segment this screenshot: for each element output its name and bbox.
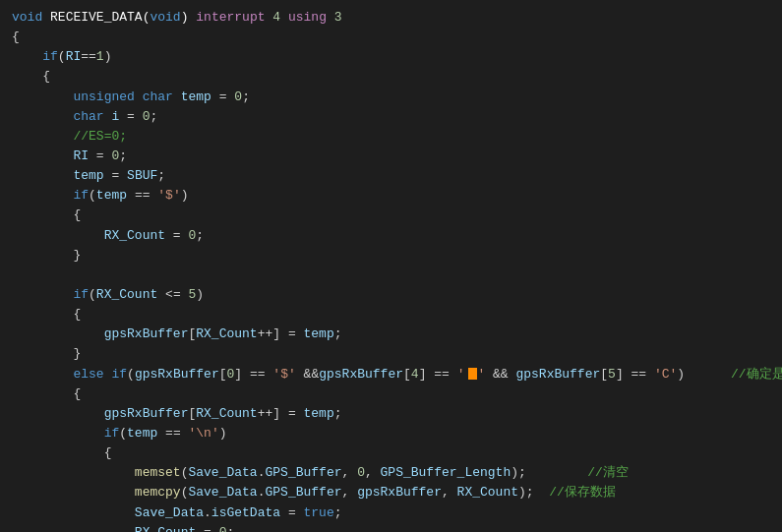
code-line-11: { — [12, 206, 770, 225]
code-line-4: { — [12, 67, 770, 87]
code-line-12: RX_Count = 0; — [12, 226, 770, 246]
code-line-26: RX_Count = 0; — [12, 523, 770, 532]
code-line-13: } — [12, 246, 770, 266]
code-line-19: { — [12, 384, 770, 404]
code-line-15: { — [12, 305, 770, 325]
code-line-3: if(RI==1) — [12, 47, 770, 67]
code-line-9: temp = SBUF; — [12, 166, 770, 186]
code-line-6: char i = 0; — [12, 107, 770, 127]
code-line-1: void RECEIVE_DATA(void) interrupt 4 usin… — [12, 8, 770, 28]
code-line-2: { — [12, 28, 770, 47]
code-block: void RECEIVE_DATA(void) interrupt 4 usin… — [0, 0, 782, 532]
code-line-25: Save_Data.isGetData = true; — [12, 503, 770, 523]
code-line-16: gpsRxBuffer[RX_Count++] = temp; — [12, 325, 770, 344]
code-line-22: { — [12, 443, 770, 463]
code-line-20: gpsRxBuffer[RX_Count++] = temp; — [12, 404, 770, 424]
code-line-17: } — [12, 344, 770, 364]
code-line-14: if(RX_Count <= 5) — [12, 285, 770, 305]
code-line-18: else if(gpsRxBuffer[0] == '$' &&gpsRxBuf… — [12, 365, 770, 384]
code-line-10: if(temp == '$') — [12, 186, 770, 206]
code-line-blank1 — [12, 266, 770, 285]
code-line-24: memcpy(Save_Data.GPS_Buffer, gpsRxBuffer… — [12, 483, 770, 502]
code-line-5: unsigned char temp = 0; — [12, 88, 770, 107]
code-line-21: if(temp == '\n') — [12, 424, 770, 443]
code-line-7: //ES=0; — [12, 127, 770, 147]
code-line-23: memset(Save_Data.GPS_Buffer, 0, GPS_Buff… — [12, 463, 770, 483]
code-line-8: RI = 0; — [12, 147, 770, 166]
